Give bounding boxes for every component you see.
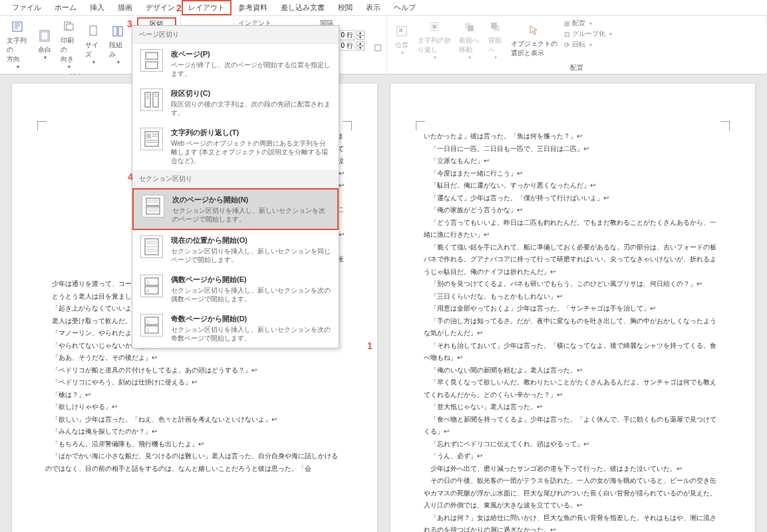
menu-差し込み文書[interactable]: 差し込み文書	[274, 0, 331, 15]
page-break-icon	[140, 49, 163, 72]
down-arrow[interactable]: ▾	[357, 46, 365, 51]
menu-レイアウト[interactable]: レイアウト	[182, 0, 231, 15]
menu-ヘルプ[interactable]: ヘルプ	[387, 0, 422, 15]
svg-rect-4	[67, 24, 73, 30]
text-direction-label: 文字列の 方向	[7, 36, 29, 64]
wrap-break-title: 文字列の折り返し(T)	[171, 128, 331, 138]
group-icon: ⊡	[564, 31, 569, 38]
svg-rect-7	[118, 27, 122, 36]
size-label: サイズ	[85, 41, 102, 59]
page-breaks-header: ページ区切り	[132, 26, 339, 44]
annotation-1: 1	[367, 340, 373, 351]
paragraph-launcher[interactable]	[375, 45, 381, 51]
odd-page-desc: セクション区切りを挿入し、新しいセクションを次の奇数ページで開始します。	[171, 325, 331, 342]
column-break-item[interactable]: 段区切り(C)段区切りの後の文字列は、次の段の先頭に配置されます。	[132, 83, 339, 122]
breaks-dropdown: ページ区切り 改ページ(P)ページが終了し、次のページが開始する位置を指定します…	[132, 25, 339, 348]
page-right[interactable]: いたかったよ」彼は言った。「魚は何を獲った？」↩ 「一日目に一匹。二日目も一匹で…	[390, 84, 756, 532]
column-break-title: 段区切り(C)	[171, 88, 331, 98]
next-page-desc: セクション区切りを挿入し、新しいセクションを次のページで開始します。	[172, 206, 329, 223]
svg-text:2: 2	[146, 280, 149, 285]
columns-button[interactable]: 段組み▾	[106, 17, 128, 71]
even-page-section-item[interactable]: 24 偶数ページから開始(E)セクション区切りを挿入し、新しいセクションを次の偶…	[132, 269, 339, 309]
backward-icon	[487, 19, 503, 35]
position-label: 位置	[395, 41, 408, 50]
selection-pane-label: オブジェクトの 選択と表示	[511, 39, 557, 58]
svg-rect-17	[491, 23, 497, 29]
wrap-icon	[426, 19, 442, 35]
up-arrow[interactable]: ▴	[357, 41, 365, 46]
menu-ホーム[interactable]: ホーム	[48, 0, 83, 15]
menu-校閲[interactable]: 校閲	[331, 0, 359, 15]
svg-rect-5	[90, 26, 96, 35]
odd-page-icon: 13	[140, 314, 163, 336]
columns-icon	[110, 23, 126, 39]
svg-rect-19	[146, 62, 158, 68]
text-direction-button[interactable]: 文字列の 方向▾	[4, 17, 31, 71]
forward-icon	[461, 19, 477, 35]
menu-挿入[interactable]: 挿入	[83, 0, 111, 15]
down-arrow[interactable]: ▾	[357, 35, 365, 40]
next-page-section-item[interactable]: 次のページから開始(N)セクション区切りを挿入し、新しいセクションを次のページで…	[132, 188, 339, 230]
annotation-2: 2	[176, 3, 182, 13]
group-arrange: 位置▾ 文字列の折 り返し▾ 前面へ 移動▾ 背面 へ▾ オブジェクトの 選択と…	[387, 16, 767, 74]
wrap-button: 文字列の折 り返し▾	[415, 17, 454, 62]
group-objects-button: ⊡グループ化▾	[564, 29, 612, 39]
up-arrow[interactable]: ▴	[357, 31, 365, 35]
next-page-icon	[142, 195, 164, 217]
svg-rect-15	[468, 25, 474, 31]
odd-page-title: 奇数ページから開始(D)	[171, 314, 331, 324]
continuous-desc: セクション区切りを挿入し、新しいセクションを同じページで開始します。	[171, 247, 331, 264]
svg-rect-0	[13, 22, 22, 31]
svg-text:1: 1	[146, 319, 149, 324]
menu-ファイル[interactable]: ファイル	[5, 0, 48, 15]
align-icon: ⊞	[564, 20, 569, 27]
columns-label: 段組み	[109, 41, 126, 59]
continuous-title: 現在の位置から開始(O)	[171, 235, 331, 245]
page-right-body: いたかったよ」彼は言った。「魚は何を獲った？」↩ 「一日目に一匹。二日目も一匹で…	[424, 130, 722, 532]
odd-page-section-item[interactable]: 13 奇数ページから開始(D)セクション区切りを挿入し、新しいセクションを次の奇…	[132, 309, 339, 348]
page-break-item[interactable]: 改ページ(P)ページが終了し、次のページが開始する位置を指定します。	[132, 44, 339, 83]
svg-rect-6	[113, 27, 117, 36]
wrap-break-icon	[140, 128, 163, 150]
orientation-button[interactable]: 印刷の 向き▾	[58, 17, 80, 71]
forward-label: 前面へ 移動	[459, 36, 479, 55]
page-break-title: 改ページ(P)	[171, 49, 331, 59]
wrap-break-desc: Web ページのオブジェクトの周囲にある文字列を分離します (本文とオブジェクト…	[171, 139, 331, 165]
section-breaks-header: セクション区切り	[132, 170, 339, 188]
selection-pane-button[interactable]: オブジェクトの 選択と表示	[508, 17, 560, 62]
backward-button: 背面 へ▾	[484, 17, 506, 62]
wrap-break-item[interactable]: 文字列の折り返し(T)Web ページのオブジェクトの周囲にある文字列を分離します…	[132, 122, 339, 170]
continuous-section-item[interactable]: 現在の位置から開始(O)セクション区切りを挿入し、新しいセクションを同じページで…	[132, 230, 339, 269]
even-page-title: 偶数ページから開始(E)	[171, 275, 331, 285]
size-button[interactable]: サイズ▾	[82, 17, 104, 71]
svg-text:3: 3	[146, 328, 149, 332]
menu-描画[interactable]: 描画	[111, 0, 139, 15]
column-break-icon	[140, 88, 163, 111]
document-area[interactable]: はズボンの裾をま一人がしてくれて大声で言った。泣てあげようよ」↩な声で言った。↩…	[0, 74, 767, 532]
svg-rect-13	[432, 25, 436, 29]
menu-参考資料[interactable]: 参考資料	[231, 0, 274, 15]
svg-rect-18	[146, 53, 158, 59]
align-button: ⊞配置▾	[564, 19, 612, 28]
position-button: 位置▾	[391, 17, 412, 62]
size-icon	[85, 23, 101, 39]
even-page-desc: セクション区切りを挿入し、新しいセクションを次の偶数ページで開始します。	[171, 286, 331, 303]
menu-bar: ファイルホーム挿入描画デザインレイアウト参考資料差し込み文書校閲表示ヘルプ	[0, 0, 767, 16]
margins-label: 余白	[38, 45, 51, 55]
menu-デザイン[interactable]: デザイン	[139, 0, 182, 15]
even-page-icon: 24	[140, 275, 163, 297]
margins-button[interactable]: 余白▾	[34, 17, 55, 71]
ribbon: 文字列の 方向▾ 余白▾ 印刷の 向き▾ サイズ▾ 段組み▾ ページ設定	[0, 16, 767, 74]
rotate-button: ⟳回転▾	[564, 40, 612, 49]
page-break-desc: ページが終了し、次のページが開始する位置を指定します。	[171, 61, 331, 78]
menu-表示[interactable]: 表示	[359, 0, 387, 15]
annotation-3: 3	[127, 19, 132, 29]
continuous-icon	[140, 235, 163, 258]
annotation-4: 4	[128, 172, 133, 182]
next-page-title: 次のページから開始(N)	[172, 195, 329, 205]
group-page-setup: 文字列の 方向▾ 余白▾ 印刷の 向き▾ サイズ▾ 段組み▾ ページ設定	[0, 16, 133, 74]
svg-text:4: 4	[146, 289, 149, 293]
svg-rect-23	[146, 134, 151, 138]
margins-icon	[37, 28, 53, 44]
wrap-label: 文字列の折 り返し	[418, 36, 451, 55]
